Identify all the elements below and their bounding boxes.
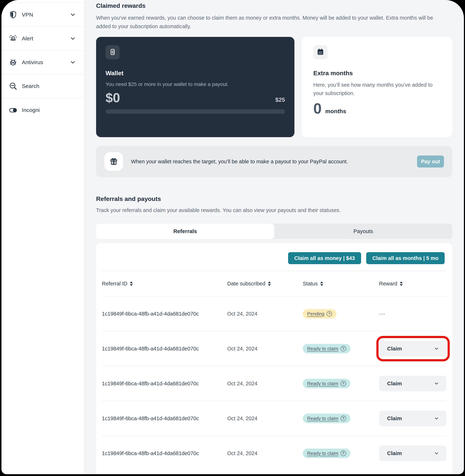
- status-cell: Ready to claim ?: [303, 449, 379, 458]
- sidebar-item-search[interactable]: Search: [1, 74, 84, 98]
- extra-months-unit: months: [325, 108, 346, 116]
- tab-referrals[interactable]: Referrals: [96, 224, 274, 239]
- column-label: Date subscribed: [227, 281, 265, 287]
- sort-icon: [268, 281, 271, 286]
- status-badge: Ready to claim ?: [303, 344, 350, 353]
- chevron-down-icon: [70, 35, 76, 42]
- claim-dropdown-wrap: Claim: [379, 341, 446, 357]
- help-icon[interactable]: ?: [341, 381, 346, 386]
- table-row: 1c19849f-6bca-48fb-a41d-4da681de070c Oct…: [102, 436, 446, 471]
- sort-icon: [130, 281, 133, 286]
- claim-reward-button[interactable]: Claim: [379, 411, 446, 426]
- sidebar-item-antivirus[interactable]: Antivirus: [1, 51, 84, 74]
- sidebar-item-alert[interactable]: Alert: [1, 27, 84, 51]
- sidebar-item-label: Alert: [22, 35, 33, 42]
- chevron-down-icon: [433, 381, 439, 386]
- wallet-card: Wallet You need $25 or more in your wall…: [96, 37, 295, 137]
- referral-id-cell: 1c19849f-6bca-48fb-a41d-4da681de070c: [102, 346, 227, 352]
- gift-icon-tile: [105, 152, 123, 171]
- sidebar-item-label: Antivirus: [22, 59, 43, 65]
- referrals-section-title: Referrals and payouts: [96, 195, 452, 202]
- claim-all-as-money-button[interactable]: Claim all as money | $43: [288, 252, 361, 264]
- status-label[interactable]: Ready to claim: [307, 381, 338, 386]
- status-label[interactable]: Pending: [307, 311, 324, 317]
- claim-dropdown-wrap: Claim: [379, 445, 446, 461]
- date-subscribed-cell: Oct 24, 2024: [227, 381, 303, 387]
- status-label[interactable]: Ready to claim: [307, 416, 338, 421]
- table-body: 1c19849f-6bca-48fb-a41d-4da681de070c Oct…: [102, 296, 446, 471]
- referral-id-cell: 1c19849f-6bca-48fb-a41d-4da681de070c: [102, 311, 227, 317]
- column-header-referral-id[interactable]: Referral ID: [102, 281, 227, 287]
- claim-dropdown-wrap: Claim: [379, 376, 446, 391]
- pay-out-button[interactable]: Pay out: [417, 156, 444, 168]
- date-subscribed-cell: Oct 24, 2024: [227, 346, 303, 352]
- column-label: Referral ID: [102, 281, 127, 287]
- extra-months-title: Extra months: [313, 70, 441, 77]
- status-badge: Pending ?: [303, 309, 336, 318]
- bug-icon: [8, 58, 18, 67]
- table-header-row: Referral ID Date subscribed Status Rewar…: [102, 271, 446, 296]
- date-subscribed-cell: Oct 24, 2024: [227, 415, 303, 422]
- status-cell: Ready to claim ?: [303, 344, 379, 353]
- table-row: 1c19849f-6bca-48fb-a41d-4da681de070c Oct…: [102, 331, 446, 366]
- column-header-reward[interactable]: Reward: [379, 281, 446, 287]
- chevron-down-icon: [433, 346, 439, 351]
- chevron-down-icon: [70, 59, 76, 66]
- referral-id-cell: 1c19849f-6bca-48fb-a41d-4da681de070c: [102, 415, 227, 422]
- help-icon[interactable]: ?: [341, 346, 346, 351]
- help-icon[interactable]: ?: [341, 451, 346, 456]
- no-reward-placeholder: ---: [379, 311, 385, 317]
- wallet-amount-row: $0 $25: [106, 91, 285, 104]
- payout-banner-message: When your wallet reaches the target, you…: [131, 159, 417, 165]
- referral-id-cell: 1c19849f-6bca-48fb-a41d-4da681de070c: [102, 450, 227, 456]
- sidebar-item-vpn[interactable]: VPN: [1, 3, 84, 27]
- calendar-icon: [316, 48, 325, 57]
- shield-icon: [8, 10, 18, 20]
- column-header-date-subscribed[interactable]: Date subscribed: [227, 281, 303, 287]
- status-label[interactable]: Ready to claim: [307, 346, 338, 351]
- column-header-status[interactable]: Status: [303, 281, 379, 287]
- rewards-cards-row: Wallet You need $25 or more in your wall…: [96, 37, 452, 137]
- claim-all-actions: Claim all as money | $43 Claim all as mo…: [102, 243, 446, 271]
- reward-cell: Claim: [379, 445, 446, 461]
- column-label: Status: [303, 281, 318, 287]
- referrals-payouts-tabs: Referrals Payouts: [96, 224, 452, 239]
- claim-reward-button[interactable]: Claim: [379, 445, 446, 461]
- claim-button-label: Claim: [387, 450, 402, 456]
- toggle-icon: [8, 105, 18, 115]
- alert-light-icon: [8, 34, 18, 43]
- tab-payouts[interactable]: Payouts: [274, 224, 453, 239]
- claim-button-label: Claim: [387, 381, 402, 387]
- claim-dropdown-wrap: Claim: [379, 411, 446, 426]
- extra-months-description: Here, you’ll see how many months you’ve …: [313, 81, 437, 97]
- page-title: Claimed rewards: [96, 2, 452, 9]
- table-row: 1c19849f-6bca-48fb-a41d-4da681de070c Oct…: [102, 366, 446, 401]
- reward-cell: Claim: [379, 411, 446, 426]
- claim-button-label: Claim: [387, 415, 402, 422]
- wallet-description: You need $25 or more in your wallet to m…: [106, 81, 285, 87]
- table-row: 1c19849f-6bca-48fb-a41d-4da681de070c Oct…: [102, 296, 446, 331]
- chevron-down-icon: [70, 11, 76, 18]
- reward-cell: Claim: [379, 341, 446, 357]
- status-cell: Pending ?: [303, 309, 379, 318]
- chevron-down-icon: [433, 415, 439, 421]
- reward-cell: Claim: [379, 376, 446, 391]
- claim-all-as-months-button[interactable]: Claim all as months | 5 mo: [366, 252, 445, 264]
- date-subscribed-cell: Oct 24, 2024: [227, 450, 303, 456]
- status-badge: Ready to claim ?: [303, 449, 350, 458]
- wallet-progress-bar: [106, 109, 285, 114]
- wallet-title: Wallet: [106, 70, 285, 77]
- status-label[interactable]: Ready to claim: [307, 451, 338, 456]
- help-icon[interactable]: ?: [341, 416, 346, 421]
- claim-reward-button[interactable]: Claim: [379, 341, 446, 357]
- sort-icon: [400, 281, 403, 286]
- status-cell: Ready to claim ?: [303, 379, 379, 388]
- sidebar: VPN Alert: [1, 0, 85, 474]
- chevron-down-icon: [433, 450, 439, 456]
- help-icon[interactable]: ?: [327, 311, 332, 317]
- wallet-icon-tile: [106, 45, 120, 59]
- status-badge: Ready to claim ?: [303, 379, 350, 388]
- sidebar-item-incogni[interactable]: Incogni: [1, 98, 84, 122]
- extra-months-value: 0: [313, 101, 322, 116]
- claim-reward-button[interactable]: Claim: [379, 376, 446, 391]
